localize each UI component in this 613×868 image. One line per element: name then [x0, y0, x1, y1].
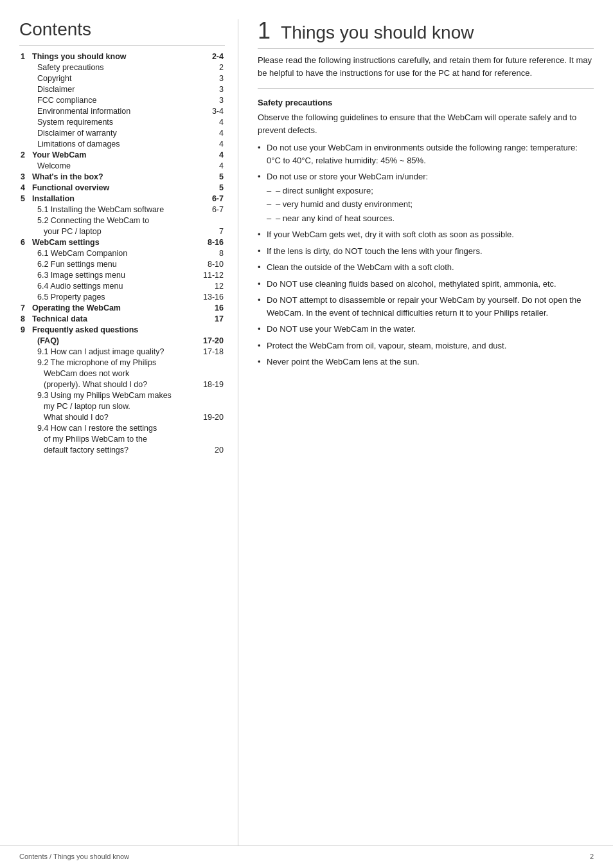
- toc-num: [19, 226, 31, 237]
- toc-num: [19, 379, 31, 390]
- toc-num: 3: [19, 171, 31, 182]
- toc-num: [19, 73, 31, 84]
- toc-row: 5.1 Installing the WebCam software6-7: [19, 204, 225, 215]
- toc-label: my PC / laptop run slow.: [31, 401, 195, 411]
- toc-page: 3: [195, 84, 225, 95]
- toc-num: [19, 401, 31, 411]
- footer-page: 2: [590, 853, 594, 860]
- toc-label: 6.5 Property pages: [31, 291, 195, 302]
- toc-page: 11-12: [195, 269, 225, 280]
- toc-num: [19, 390, 31, 401]
- toc-num: [19, 62, 31, 73]
- toc-row: 6.4 Audio settings menu12: [19, 280, 225, 291]
- bullet-list: Do not use your WebCam in environments o…: [258, 141, 594, 368]
- toc-page: 8-10: [195, 258, 225, 269]
- toc-label: Technical data: [31, 313, 195, 324]
- toc-row: 9.2 The microphone of my Philips: [19, 357, 225, 368]
- toc-label: Limitations of damages: [31, 138, 195, 149]
- bullet-item: Clean the outside of the WebCam with a s…: [258, 261, 594, 274]
- toc-row: FCC compliance3: [19, 95, 225, 105]
- toc-row: Disclaimer3: [19, 84, 225, 95]
- toc-num: 7: [19, 302, 31, 313]
- toc-num: [19, 258, 31, 269]
- toc-num: [19, 280, 31, 291]
- toc-num: [19, 444, 31, 455]
- toc-page: [195, 215, 225, 226]
- toc-row: 6.5 Property pages13-16: [19, 291, 225, 302]
- toc-row: my PC / laptop run slow.: [19, 401, 225, 411]
- toc-label: System requirements: [31, 116, 195, 127]
- toc-row: 6.1 WebCam Companion8: [19, 248, 225, 258]
- section-intro: Observe the following guidelines to ensu…: [258, 111, 594, 136]
- toc-page: [195, 390, 225, 401]
- toc-label: Operating the WebCam: [31, 302, 195, 313]
- toc-page: 4: [195, 116, 225, 127]
- toc-num: 8: [19, 313, 31, 324]
- toc-row: System requirements4: [19, 116, 225, 127]
- sub-item: – very humid and dusty environment;: [267, 198, 594, 211]
- toc-row: default factory settings?20: [19, 444, 225, 455]
- right-column: 1 Things you should know Please read the…: [238, 19, 594, 845]
- toc-label: Installation: [31, 193, 195, 204]
- toc-row: 6.2 Fun settings menu8-10: [19, 258, 225, 269]
- toc-row: 9Frequently asked questions: [19, 324, 225, 335]
- toc-label: Disclaimer: [31, 84, 195, 95]
- toc-label: Frequently asked questions: [31, 324, 195, 335]
- toc-page: [195, 433, 225, 444]
- toc-row: 9.3 Using my Philips WebCam makes: [19, 390, 225, 401]
- toc-label: Copyright: [31, 73, 195, 84]
- toc-label: Things you should know: [31, 51, 195, 62]
- toc-label: 6.2 Fun settings menu: [31, 258, 195, 269]
- toc-label: Your WebCam: [31, 149, 195, 160]
- toc-num: [19, 138, 31, 149]
- toc-row: 6.3 Image settings menu11-12: [19, 269, 225, 280]
- bullet-item: Do not use or store your WebCam in/under…: [258, 170, 594, 224]
- toc-row: What should I do?19-20: [19, 411, 225, 422]
- toc-row: Copyright3: [19, 73, 225, 84]
- toc-num: 2: [19, 149, 31, 160]
- toc-page: 3-4: [195, 105, 225, 116]
- toc-num: 5: [19, 193, 31, 204]
- bullet-item: If your WebCam gets wet, dry it with sof…: [258, 228, 594, 241]
- toc-page: 17-18: [195, 346, 225, 357]
- toc-num: [19, 95, 31, 105]
- bullet-item: Do NOT use your WebCam in the water.: [258, 323, 594, 336]
- toc-label: 6.1 WebCam Companion: [31, 248, 195, 258]
- toc-table: 1Things you should know2-4Safety precaut…: [19, 51, 225, 455]
- toc-label: What should I do?: [31, 411, 195, 422]
- toc-page: 3: [195, 95, 225, 105]
- bullet-item: Never point the WebCam lens at the sun.: [258, 356, 594, 368]
- toc-page: [195, 368, 225, 379]
- sub-list: – direct sunlight exposure;– very humid …: [267, 185, 594, 225]
- section-title: Safety precautions: [258, 98, 594, 107]
- toc-page: 4: [195, 149, 225, 160]
- sub-item: – near any kind of heat sources.: [267, 212, 594, 225]
- toc-num: [19, 368, 31, 379]
- toc-label: default factory settings?: [31, 444, 195, 455]
- toc-row: 6WebCam settings8-16: [19, 237, 225, 248]
- toc-page: 4: [195, 138, 225, 149]
- toc-num: [19, 335, 31, 346]
- toc-label: Disclaimer of warranty: [31, 127, 195, 138]
- toc-label: What's in the box?: [31, 171, 195, 182]
- toc-row: (properly). What should I do?18-19: [19, 379, 225, 390]
- sub-item: – direct sunlight exposure;: [267, 185, 594, 197]
- toc-row: 3What's in the box?5: [19, 171, 225, 182]
- toc-num: [19, 116, 31, 127]
- toc-label: 9.2 The microphone of my Philips: [31, 357, 195, 368]
- toc-label: 9.4 How can I restore the settings: [31, 422, 195, 433]
- toc-label: Environmental information: [31, 105, 195, 116]
- toc-page: 12: [195, 280, 225, 291]
- bullet-item: Do not use your WebCam in environments o…: [258, 141, 594, 167]
- toc-page: 17-20: [195, 335, 225, 346]
- footer: Contents / Things you should know 2: [0, 845, 613, 868]
- toc-row: 8Technical data17: [19, 313, 225, 324]
- toc-page: 20: [195, 444, 225, 455]
- toc-row: (FAQ)17-20: [19, 335, 225, 346]
- bullet-item: Do NOT use cleaning fluids based on alco…: [258, 278, 594, 291]
- toc-row: Disclaimer of warranty4: [19, 127, 225, 138]
- toc-page: 16: [195, 302, 225, 313]
- toc-num: 6: [19, 237, 31, 248]
- toc-page: 8: [195, 248, 225, 258]
- toc-num: [19, 346, 31, 357]
